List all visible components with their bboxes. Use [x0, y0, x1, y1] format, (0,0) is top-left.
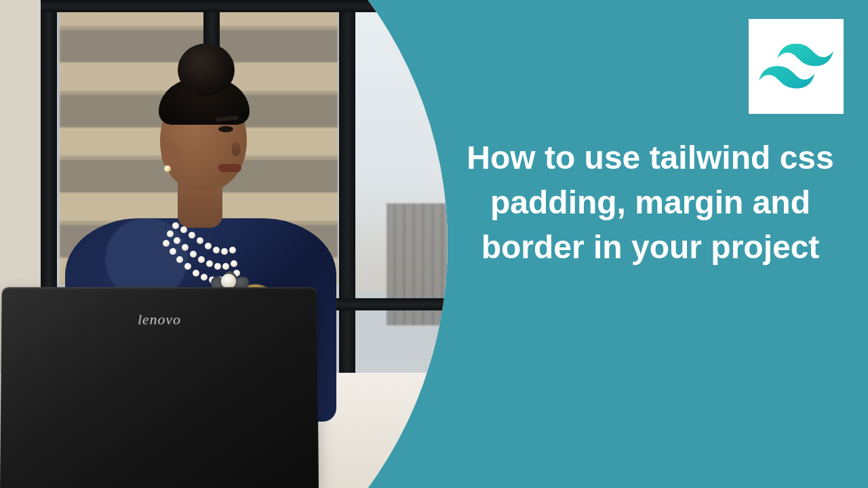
banner-title: How to use tailwind css padding, margin …: [461, 136, 840, 270]
laptop: lenovo: [0, 287, 319, 488]
hero-photo: lenovo: [0, 0, 454, 488]
laptop-brand-label: lenovo: [138, 311, 181, 328]
tailwind-logo-card: [749, 19, 844, 114]
tailwind-logo-icon: [759, 43, 833, 90]
banner-graphic: lenovo How to use tailwind css padding, …: [0, 0, 868, 488]
